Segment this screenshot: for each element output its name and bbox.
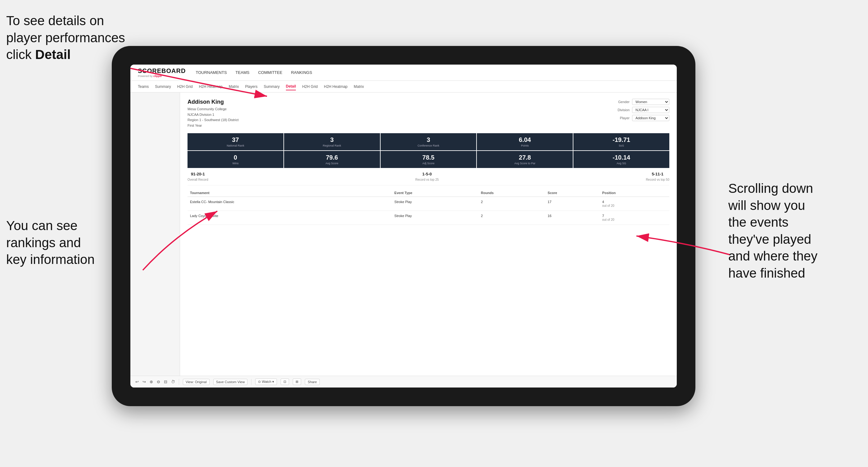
screen-button[interactable]: ⊡ [281,378,289,385]
col-tournament: Tournament [187,189,373,197]
subnav-h2h-grid2[interactable]: H2H Grid [302,83,318,90]
player-row: Player Addison King [614,115,669,121]
subnav-h2h-heatmap[interactable]: H2H Heatmap [199,83,223,90]
table-row: Estella CC- Mountain Classic Stroke Play… [187,197,669,211]
stat-adj-score-value: 78.5 [383,154,474,161]
subnav-matrix[interactable]: Matrix [229,83,239,90]
stat-avg-score-par-label: Avg Score to Par [479,162,570,165]
player-header: Addison King Mesa Community College NJCA… [187,99,669,128]
col-event-type: Event Type [392,189,478,197]
nav-teams[interactable]: TEAMS [236,69,250,76]
records-row: 91-20-1 Overall Record 1-5-0 Record vs t… [187,168,669,185]
player-info: Addison King Mesa Community College NJCA… [187,99,239,128]
subnav-h2h-heatmap2[interactable]: H2H Heatmap [324,83,347,90]
subnav-teams[interactable]: Teams [138,83,149,90]
player-division: NJCAA Division 1 [187,112,239,118]
division-select[interactable]: NJCAA I NJCAA II [632,107,669,113]
grid-icon[interactable]: ⊟ [164,379,167,384]
stat-avg-score-label: Avg Score [286,162,377,165]
row1-score: 17 [545,197,600,211]
stats-row-2: 0 Wins 79.6 Avg Score 78.5 Adj Score 27.… [187,151,669,168]
player-year: First Year [187,123,239,129]
record-top25-value: 1-5-0 [415,172,439,176]
gender-row: Gender Women Men [614,99,669,105]
player-region: Region 1 - Southwest (18) District [187,117,239,123]
record-top25: 1-5-0 Record vs top 25 [415,172,439,182]
redo-icon[interactable]: ↪ [143,379,146,384]
row1-empty [373,197,392,211]
row1-rounds: 2 [478,197,545,211]
record-overall: 91-20-1 Overall Record [187,172,208,182]
stats-row-1: 37 National Rank 3 Regional Rank 3 Confe… [187,133,669,150]
watch-button[interactable]: ⊙ Watch ▾ [255,378,277,385]
stat-national-rank: 37 National Rank [187,133,283,150]
stat-avg-score-par-value: 27.8 [479,154,570,161]
stat-sos-label: SoS [576,144,667,147]
annotation-bottom-left: You can see rankings and key information [6,217,124,268]
row2-tournament: Lady Coyote Invite [187,211,373,225]
row2-position: 7out of 20 [600,211,669,225]
timer-icon[interactable]: ⏱ [171,379,175,384]
row1-position: 4out of 20 [600,197,669,211]
record-overall-value: 91-20-1 [187,172,208,176]
nav-rankings[interactable]: RANKINGS [291,69,312,76]
col-score: Score [545,189,600,197]
top-nav: SCOREBOARD Powered by clippd TOURNAMENTS… [130,65,677,81]
subnav-matrix2[interactable]: Matrix [354,83,364,90]
stat-avg-sg-label: Avg SG [576,162,667,165]
grid2-button[interactable]: ⊞ [293,378,301,385]
zoom-out-icon[interactable]: ⊖ [157,379,160,384]
col-rounds: Rounds [478,189,545,197]
row2-score: 16 [545,211,600,225]
annotation-right: Scrolling down will show you the events … [728,180,859,282]
tablet-screen: SCOREBOARD Powered by clippd TOURNAMENTS… [130,65,677,387]
player-label: Player [614,116,629,120]
subnav-detail[interactable]: Detail [286,83,296,90]
sub-nav: Teams Summary H2H Grid H2H Heatmap Matri… [130,81,677,93]
row2-event-type: Stroke Play [392,211,478,225]
subnav-summary2[interactable]: Summary [264,83,279,90]
record-top50: 5-11-1 Record vs top 50 [646,172,669,182]
separator [179,379,179,385]
gender-select[interactable]: Women Men [632,99,669,105]
save-custom-view-button[interactable]: Save Custom View [213,379,248,385]
logo-area: SCOREBOARD Powered by clippd [138,67,186,77]
stat-points-label: Points [479,144,570,147]
stat-national-rank-value: 37 [190,136,281,144]
row1-tournament: Estella CC- Mountain Classic [187,197,373,211]
subnav-players[interactable]: Players [245,83,257,90]
stat-sos: -19.71 SoS [574,133,669,150]
logo-powered: Powered by clippd [138,74,186,77]
division-label: Division [614,108,629,112]
detail-panel: Addison King Mesa Community College NJCA… [180,93,677,376]
stat-avg-sg-value: -10.14 [576,154,667,161]
player-name: Addison King [187,99,239,105]
player-school: Mesa Community College [187,106,239,112]
subnav-h2h-grid[interactable]: H2H Grid [177,83,193,90]
zoom-in-icon[interactable]: ⊕ [150,379,153,384]
stat-regional-rank-value: 3 [286,136,377,144]
record-overall-label: Overall Record [187,178,208,181]
tournament-table: Tournament Event Type Rounds Score Posit… [187,189,669,225]
col-position: Position [600,189,669,197]
row2-empty [373,211,392,225]
stat-adj-score: 78.5 Adj Score [381,151,476,168]
division-row: Division NJCAA I NJCAA II [614,107,669,113]
subnav-summary[interactable]: Summary [155,83,171,90]
stat-wins-label: Wins [190,162,281,165]
stat-national-rank-label: National Rank [190,144,281,147]
stat-points-value: 6.04 [479,136,570,144]
annotation-top-left: To see details on player performances cl… [6,12,130,63]
share-button[interactable]: Share [305,379,319,385]
nav-committee[interactable]: COMMITTEE [258,69,282,76]
player-select[interactable]: Addison King [632,115,669,121]
nav-tournaments[interactable]: TOURNAMENTS [195,69,227,76]
stat-avg-score-par: 27.8 Avg Score to Par [477,151,573,168]
undo-icon[interactable]: ↩ [135,379,139,384]
col-empty [373,189,392,197]
bottom-toolbar: ↩ ↪ ⊕ ⊖ ⊟ ⏱ View: Original Save Custom V… [130,376,677,387]
tablet-shell: SCOREBOARD Powered by clippd TOURNAMENTS… [112,46,695,406]
stat-avg-score: 79.6 Avg Score [284,151,380,168]
stat-regional-rank: 3 Regional Rank [284,133,380,150]
view-original-button[interactable]: View: Original [183,379,210,385]
